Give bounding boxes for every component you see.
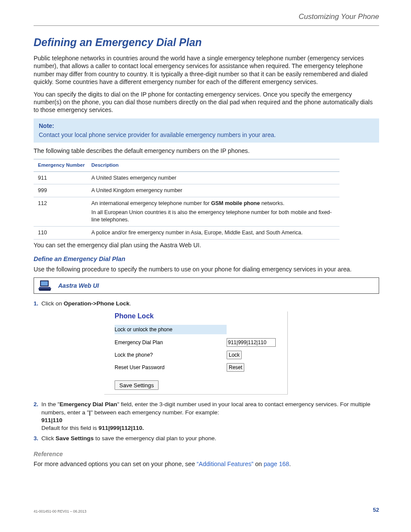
cell-number: 112 [34,197,89,227]
reset-password-label: Reset User Password [115,364,227,371]
screenshot-title: Phone Lock [115,311,287,321]
steps-list: 1. Click on Operation->Phone Lock. Phone… [34,300,379,442]
laptop-icon [36,280,54,292]
emergency-dial-plan-label: Emergency Dial Plan [115,339,227,346]
intro-paragraph-1: Public telephone networks in countries a… [34,54,379,86]
emergency-numbers-table: Emergency Number Description 911 A Unite… [34,159,339,240]
table-row: 112 An international emergency telephone… [34,197,339,227]
cell-description: An international emergency telephone num… [89,197,339,227]
page-container: Customizing Your Phone Defining an Emerg… [0,0,411,532]
svg-rect-1 [41,281,48,286]
cell-number: 999 [34,184,89,197]
subhead-define-plan: Define an Emergency Dial Plan [34,255,379,264]
table-header-number: Emergency Number [34,159,89,172]
reset-button[interactable]: Reset [227,363,244,372]
additional-features-link[interactable]: “Additional Features” [197,460,254,467]
screenshot-save-row: Save Settings [115,380,287,390]
cell-description: A United Kingdom emergency number [89,184,339,197]
table-header-description: Description [89,159,339,172]
phone-lock-screenshot: Phone Lock Lock or unlock the phone Emer… [104,311,288,395]
lock-phone-label: Lock the phone? [115,352,227,358]
screenshot-row-dialplan: Emergency Dial Plan [115,338,287,347]
emergency-dial-plan-input[interactable] [227,338,276,347]
step-2: 2. In the "Emergency Dial Plan" field, e… [34,401,379,432]
step-number-1: 1. [34,300,38,308]
cell-number: 911 [34,171,89,184]
table-intro: The following table describes the defaul… [34,147,379,155]
lock-button[interactable]: Lock [227,351,242,359]
page-footer: 41-001451-00 REV01 – 06.2013 52 [34,506,379,514]
running-header: Customizing Your Phone [34,12,379,26]
screenshot-section-header: Lock or unlock the phone [115,325,227,334]
note-box: Note: Contact your local phone service p… [34,118,379,143]
note-text: Contact your local phone service provide… [39,131,374,139]
webui-bar: Aastra Web UI [34,277,379,294]
page-number: 52 [373,506,379,514]
webui-label: Aastra Web UI [58,282,99,290]
cell-description: A police and/or fire emergency number in… [89,226,339,239]
step-number-3: 3. [34,435,38,442]
section-title: Defining an Emergency Dial Plan [34,35,379,50]
step-1: 1. Click on Operation->Phone Lock. Phone… [34,300,379,395]
table-row: 999 A United Kingdom emergency number [34,184,339,197]
after-table-text: You can set the emergency dial plan usin… [34,241,379,249]
doc-id: 41-001451-00 REV01 – 06.2013 [34,509,86,514]
save-settings-button[interactable]: Save Settings [115,380,159,390]
step-3: 3. Click Save Settings to save the emerg… [34,435,379,442]
note-label: Note: [39,122,374,130]
step-number-2: 2. [34,401,38,408]
reference-heading: Reference [34,450,379,458]
reference-text: For more advanced options you can set on… [34,460,379,468]
svg-rect-2 [39,287,50,289]
page-168-link[interactable]: page 168 [264,460,289,467]
subhead-intro: Use the following procedure to specify t… [34,265,379,273]
cell-number: 110 [34,226,89,239]
intro-paragraph-2: You can specify the digits to dial on th… [34,90,379,114]
cell-description: A United States emergency number [89,171,339,184]
screenshot-row-reset: Reset User Password Reset [115,363,287,372]
screenshot-row-lock: Lock the phone? Lock [115,351,287,359]
table-row: 110 A police and/or fire emergency numbe… [34,226,339,239]
table-row: 911 A United States emergency number [34,171,339,184]
table-header-row: Emergency Number Description [34,159,339,172]
